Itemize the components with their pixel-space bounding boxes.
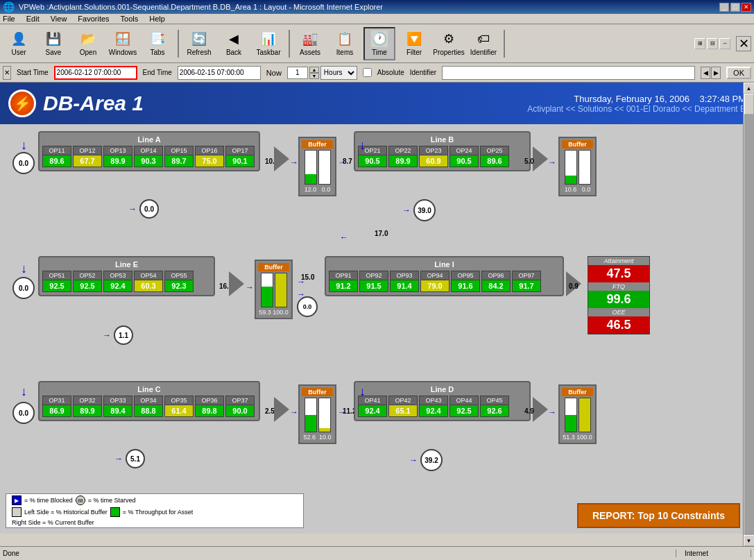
circle-e-bottom: 1.1	[114, 325, 133, 345]
span-up-arrow[interactable]: ▲	[309, 67, 319, 73]
prev-arrow[interactable]: ◀	[701, 67, 710, 79]
buffer-d-values: 51.3 100.0	[562, 434, 593, 441]
start-time-input[interactable]	[54, 66, 137, 80]
op22: OP22 89.9	[388, 146, 418, 167]
open-button[interactable]: 📂 Open	[72, 27, 104, 60]
report-button[interactable]: REPORT: Top 10 Constraints	[577, 503, 740, 528]
op95: OP95 91.6	[451, 271, 480, 292]
scrollbar-right[interactable]: ▲ ▼	[743, 83, 754, 546]
op35: OP35 61.4	[164, 396, 194, 417]
close-btn[interactable]: ✕	[742, 3, 751, 12]
buffer-c-right-val: 10.0	[319, 434, 332, 441]
separator-1	[178, 30, 179, 58]
ok-button[interactable]: OK	[726, 67, 751, 79]
taskbar-button[interactable]: 📊 Taskbar	[252, 27, 284, 60]
arrow-c-right: →	[290, 407, 298, 417]
breadcrumb: Activplant << Solutions << 001-El Dorado…	[527, 104, 746, 114]
buffer-d-fill-left	[565, 415, 576, 432]
menu-edit[interactable]: Edit	[26, 15, 40, 23]
label-c-out: 2.5	[265, 407, 275, 415]
buffer-d-bar-left	[565, 398, 577, 432]
line-a-title: Line A	[42, 135, 256, 144]
user-button[interactable]: 👤 User	[3, 27, 35, 60]
menu-help[interactable]: Help	[149, 15, 165, 23]
attainment-title: Attainment	[588, 257, 649, 265]
nav-extra-2[interactable]: ⊟	[707, 38, 718, 49]
menu-file[interactable]: File	[3, 15, 15, 23]
buffer-d-bar-right	[579, 398, 591, 432]
scroll-up-btn[interactable]: ▲	[744, 83, 755, 94]
minimize-btn[interactable]: _	[719, 3, 729, 12]
save-button[interactable]: 💾 Save	[37, 27, 69, 60]
end-time-input[interactable]	[178, 66, 261, 80]
op44: OP44 92.5	[449, 396, 479, 417]
nav-extra-3[interactable]: ↔	[719, 38, 730, 49]
legend-content: ▶ = % time Blocked 88 = % time Starved L…	[12, 495, 193, 526]
identifier-button[interactable]: 🏷 Identifier	[468, 27, 499, 60]
line-d-ops: OP41 92.4 OP42 65.1 OP43 92.4 OP44 92.5	[358, 396, 526, 417]
buffer-a-values: 12.0 0.0	[302, 186, 333, 193]
oee-value: 46.5	[588, 316, 649, 334]
line-e-bottom-flow: → 1.1	[103, 325, 133, 345]
span-down-arrow[interactable]: ▼	[309, 73, 319, 79]
maximize-btn[interactable]: □	[730, 3, 740, 12]
next-arrow[interactable]: ▶	[711, 67, 721, 79]
items-button[interactable]: 📋 Items	[329, 27, 361, 60]
buffer-c-fill-left	[305, 415, 316, 432]
layout-area: Line A OP11 89.6 OP12 67.7 OP13 89.9	[0, 124, 754, 534]
attainment-value: 47.5	[588, 265, 649, 282]
filter-button[interactable]: 🔽 Filter	[398, 27, 430, 60]
op51: OP51 92.5	[42, 271, 71, 292]
windows-button[interactable]: 🪟 Windows	[107, 27, 139, 60]
label-i-out: 0.9	[569, 282, 579, 290]
span-value-input[interactable]	[287, 67, 308, 79]
refresh-button[interactable]: 🔄 Refresh	[183, 27, 215, 60]
op14: OP14 90.3	[134, 146, 163, 167]
start-time-label: Start Time	[17, 69, 49, 76]
line-d-title: Line D	[358, 385, 526, 393]
legend-blocked: ▶ = % time Blocked 88 = % time Starved	[12, 495, 193, 505]
refresh-icon: 🔄	[191, 31, 207, 47]
scroll-thumb[interactable]	[744, 94, 754, 114]
now-label: Now	[266, 69, 282, 77]
op34: OP34 88.8	[134, 396, 163, 417]
buffer-e-right-val: 100.0	[273, 309, 289, 316]
buffer-b-fill-left	[565, 176, 576, 184]
arrow-e-right: →	[246, 282, 254, 292]
properties-button[interactable]: ⚙ Properties	[433, 27, 465, 60]
menu-favorites[interactable]: Favorites	[78, 15, 109, 23]
op15: OP15 89.7	[164, 146, 194, 167]
scroll-down-btn[interactable]: ▼	[744, 535, 755, 546]
time-collapse-btn[interactable]: ✕	[3, 66, 11, 80]
menu-view[interactable]: View	[51, 15, 67, 23]
legend-throughput-icon	[110, 507, 120, 517]
window-title: VPWeb :Activplant.Solutions.001-Sequenti…	[19, 3, 383, 11]
nav-extra-1[interactable]: ⊞	[694, 38, 705, 49]
menu-tools[interactable]: Tools	[121, 15, 139, 23]
buffer-a-title: Buffer	[302, 140, 333, 149]
buffer-d-right-val: 100.0	[576, 434, 592, 441]
close-inner-btn[interactable]: ✕	[736, 36, 751, 51]
buffer-e-fill-left	[262, 287, 273, 307]
identifier-input[interactable]	[442, 66, 695, 80]
op36: OP36 89.8	[195, 396, 224, 417]
arrow-b-right: →	[548, 158, 556, 167]
span-unit-select[interactable]: Hours Days Weeks	[320, 66, 357, 80]
arrow-cd-right: →	[338, 407, 346, 417]
window-controls[interactable]: _ □ ✕	[719, 3, 751, 12]
separator-2	[289, 30, 290, 58]
back-button[interactable]: ◀ Back	[218, 27, 250, 60]
op42: OP42 65.1	[388, 396, 418, 417]
absolute-checkbox[interactable]	[363, 68, 372, 77]
assets-button[interactable]: 🏭 Assets	[294, 27, 326, 60]
op45: OP45 92.6	[480, 396, 509, 417]
line-a-ops: OP11 89.6 OP12 67.7 OP13 89.9 OP14 90.3	[42, 146, 256, 167]
triangle-a	[274, 146, 289, 171]
op55: OP55 92.3	[164, 271, 194, 292]
buffer-a: Buffer 12.0 0.0	[298, 137, 336, 196]
op13: OP13 89.9	[103, 146, 132, 167]
tabs-button[interactable]: 📑 Tabs	[142, 27, 173, 60]
span-arrows[interactable]: ▲ ▼	[309, 67, 319, 79]
time-button[interactable]: 🕐 Time	[363, 27, 395, 60]
legend-curr-label: Right Side = % Current Buffer	[12, 519, 94, 526]
